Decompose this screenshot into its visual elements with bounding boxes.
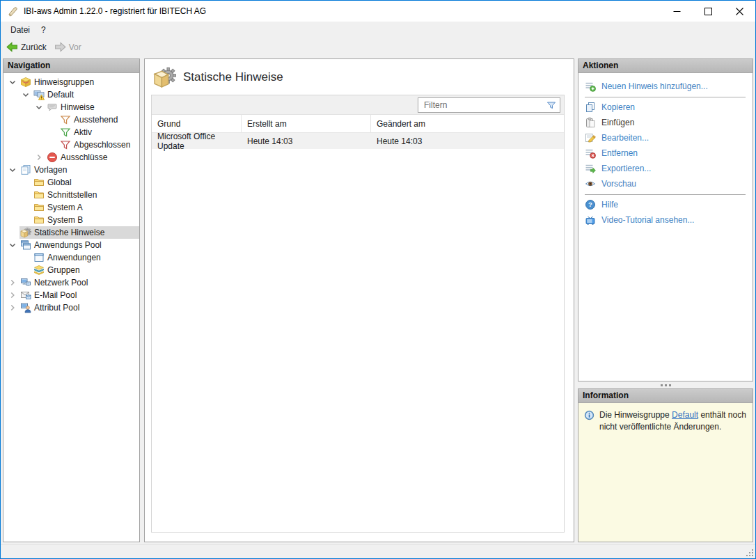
forward-button[interactable]: Vor bbox=[52, 40, 86, 54]
table-row[interactable]: Microsoft Office UpdateHeute 14:03Heute … bbox=[152, 133, 564, 149]
tree-item-label: Netzwerk Pool bbox=[34, 278, 88, 288]
actions-separator bbox=[585, 97, 746, 97]
chevron-down-icon[interactable] bbox=[7, 164, 18, 175]
funnel-orange-icon bbox=[60, 114, 71, 125]
funnel-red-icon bbox=[60, 139, 71, 150]
filter-input[interactable] bbox=[418, 100, 546, 110]
resize-grip[interactable] bbox=[745, 548, 753, 556]
window-title: IBI-aws Admin 1.22.0 - registriert für I… bbox=[24, 6, 206, 16]
export-arrow-icon bbox=[585, 163, 596, 174]
tree-item-anwendungen[interactable]: Anwendungen bbox=[3, 251, 139, 264]
action-neuen-hinweis-hinzuf-gen[interactable]: Neuen Hinweis hinzufügen... bbox=[585, 79, 753, 94]
tree-item-label: Ausstehend bbox=[74, 115, 118, 125]
close-button[interactable] bbox=[724, 1, 755, 22]
chevron-right-icon[interactable] bbox=[7, 290, 18, 301]
tree-item-global[interactable]: Global bbox=[3, 176, 139, 189]
folder-icon bbox=[33, 189, 45, 200]
funnel-green-icon bbox=[60, 127, 71, 138]
action-entfernen[interactable]: Entfernen bbox=[585, 145, 753, 161]
tree-item-statische-hinweise[interactable]: Statische Hinweise bbox=[3, 226, 139, 239]
navigation-panel: Navigation HinweisgruppenDefaultHinweise… bbox=[3, 58, 140, 542]
back-button[interactable]: Zurück bbox=[3, 40, 52, 54]
actions-list: Neuen Hinweis hinzufügen...KopierenEinfü… bbox=[578, 73, 753, 228]
table-cell: Microsoft Office Update bbox=[152, 133, 242, 149]
tree-item-aktiv[interactable]: Aktiv bbox=[3, 126, 139, 139]
tree-item-hinweisgruppen[interactable]: Hinweisgruppen bbox=[3, 76, 139, 88]
table-cell: Heute 14:03 bbox=[242, 133, 371, 149]
tree-item-attribut-pool[interactable]: Attribut Pool bbox=[3, 301, 139, 314]
tree-item-netzwerk-pool[interactable]: Netzwerk Pool bbox=[3, 276, 139, 289]
tree-item-label: Anwendungs Pool bbox=[34, 240, 102, 250]
tree-item-ausschl-sse[interactable]: Ausschlüsse bbox=[3, 151, 139, 164]
tree-indent-spacer bbox=[20, 265, 31, 276]
tree-item-gruppen[interactable]: Gruppen bbox=[3, 264, 139, 276]
chevron-right-icon[interactable] bbox=[7, 277, 18, 288]
action-kopieren[interactable]: Kopieren bbox=[585, 100, 753, 115]
actions-separator bbox=[585, 194, 746, 195]
filter-funnel-icon[interactable] bbox=[546, 100, 557, 111]
maximize-button[interactable] bbox=[693, 1, 724, 22]
title-bar: IBI-aws Admin 1.22.0 - registriert für I… bbox=[1, 1, 755, 22]
tree-indent-spacer bbox=[20, 202, 31, 213]
action-hilfe[interactable]: ?Hilfe bbox=[585, 197, 753, 212]
tree-item-system-a[interactable]: System A bbox=[3, 201, 139, 214]
chevron-right-icon[interactable] bbox=[33, 152, 45, 163]
help-circle-icon: ? bbox=[585, 199, 596, 210]
tree-item-system-b[interactable]: System B bbox=[3, 214, 139, 226]
app-window-icon bbox=[33, 252, 45, 263]
action-bearbeiten[interactable]: Bearbeiten... bbox=[585, 130, 753, 145]
chevron-down-icon[interactable] bbox=[7, 77, 18, 88]
action-label: Bearbeiten... bbox=[601, 133, 649, 143]
speech-bubble-icon bbox=[47, 102, 58, 113]
tree-item-anwendungs-pool[interactable]: Anwendungs Pool bbox=[3, 239, 139, 251]
actions-header: Aktionen bbox=[578, 59, 753, 73]
network-monitor-icon bbox=[20, 277, 31, 288]
app-logo-icon bbox=[7, 6, 19, 17]
tree-item-abgeschlossen[interactable]: Abgeschlossen bbox=[3, 139, 139, 151]
filter-input-wrap bbox=[418, 97, 560, 113]
workspace: Navigation HinweisgruppenDefaultHinweise… bbox=[1, 56, 755, 544]
notice-table: GrundErstellt amGeändert am Microsoft Of… bbox=[151, 95, 565, 533]
menu-item-datei[interactable]: Datei bbox=[5, 22, 36, 38]
pages-icon bbox=[20, 164, 31, 175]
action-label: Exportieren... bbox=[601, 164, 651, 173]
tree-item-vorlagen[interactable]: Vorlagen bbox=[3, 164, 139, 176]
no-entry-icon bbox=[47, 152, 58, 163]
tree-item-default[interactable]: Default bbox=[3, 88, 139, 101]
panel-splitter[interactable] bbox=[578, 381, 753, 388]
tree-item-hinweise[interactable]: Hinweise bbox=[3, 101, 139, 113]
minimize-button[interactable] bbox=[661, 1, 693, 22]
action-einf-gen[interactable]: Einfügen bbox=[585, 115, 753, 130]
column-header-grund[interactable]: Grund bbox=[152, 115, 242, 132]
tree-item-schnittstellen[interactable]: Schnittstellen bbox=[3, 189, 139, 201]
tree-item-e-mail-pool[interactable]: E-Mail Pool bbox=[3, 289, 139, 301]
information-panel: Information Die Hinweisgruppe Default en… bbox=[578, 388, 753, 542]
tree-item-label: System B bbox=[47, 215, 83, 225]
back-button-label: Zurück bbox=[21, 42, 47, 52]
box-gear-icon bbox=[153, 65, 176, 88]
column-header-ge-ndert-am[interactable]: Geändert am bbox=[371, 115, 564, 132]
chevron-right-icon[interactable] bbox=[7, 302, 18, 313]
monitor-warning-icon bbox=[33, 89, 45, 100]
tree-item-label: Vorlagen bbox=[34, 165, 67, 175]
tv-icon bbox=[585, 214, 596, 226]
menu-item-help[interactable]: ? bbox=[36, 22, 52, 38]
default-group-link[interactable]: Default bbox=[672, 410, 698, 420]
chevron-down-icon[interactable] bbox=[7, 239, 18, 251]
user-monitor-icon bbox=[20, 302, 31, 313]
chevron-down-icon[interactable] bbox=[33, 102, 45, 113]
tree-item-label: Anwendungen bbox=[47, 253, 101, 262]
tree-item-label: Default bbox=[47, 90, 74, 100]
chevron-down-icon[interactable] bbox=[20, 89, 31, 100]
folder-icon bbox=[33, 214, 45, 226]
action-exportieren[interactable]: Exportieren... bbox=[585, 161, 753, 176]
tree-item-ausstehend[interactable]: Ausstehend bbox=[3, 113, 139, 126]
page-title: Statische Hinweise bbox=[183, 70, 283, 84]
info-icon bbox=[584, 410, 594, 420]
layers-icon bbox=[33, 265, 45, 276]
action-video-tutorial-ansehen[interactable]: Video-Tutorial ansehen... bbox=[585, 212, 753, 228]
tree-indent-spacer bbox=[47, 139, 58, 150]
app-window: IBI-aws Admin 1.22.0 - registriert für I… bbox=[0, 0, 756, 559]
column-header-erstellt-am[interactable]: Erstellt am bbox=[242, 115, 371, 132]
action-vorschau[interactable]: Vorschau bbox=[585, 176, 753, 191]
